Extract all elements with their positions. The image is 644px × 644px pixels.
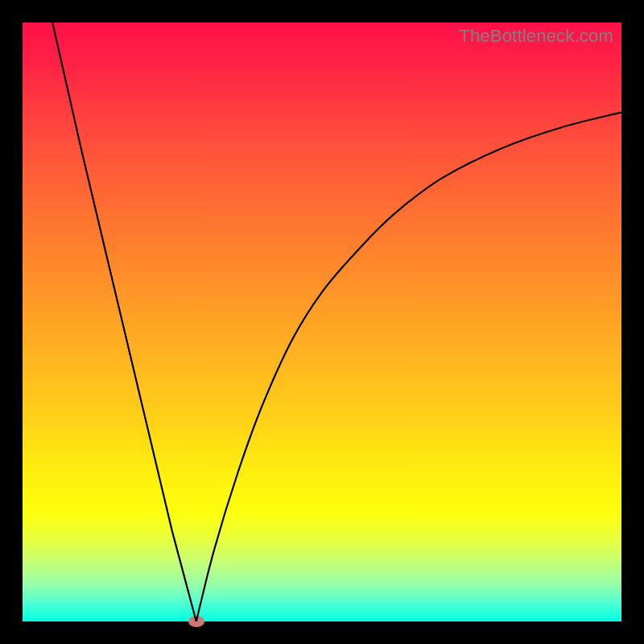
attribution-label: TheBottleneck.com xyxy=(459,26,613,47)
bottleneck-curve xyxy=(23,23,621,621)
plot-area: TheBottleneck.com xyxy=(23,23,621,621)
chart-frame: TheBottleneck.com xyxy=(0,0,644,644)
curve-path xyxy=(52,23,621,621)
